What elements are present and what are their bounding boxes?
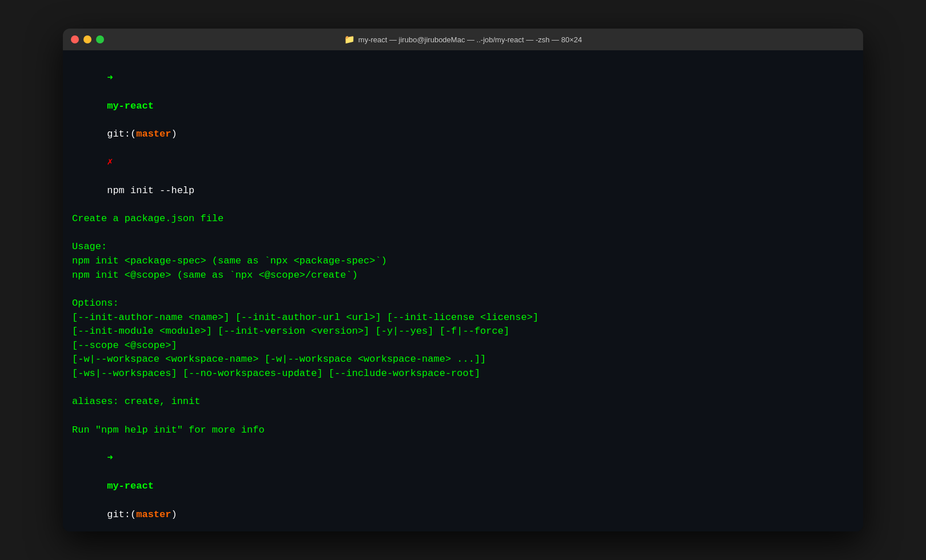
prompt-branch-2: master xyxy=(136,509,171,520)
prompt-x: ✗ xyxy=(107,157,113,167)
window-title: 📁 my-react — jirubo@jirubodeMac — ..-job… xyxy=(344,34,582,45)
prompt-git-close: ) xyxy=(171,129,177,139)
output-options-1: [--init-author-name <name>] [--init-auth… xyxy=(72,311,854,325)
output-aliases: aliases: create, innit xyxy=(72,395,854,409)
prompt-git-label: git:( xyxy=(107,129,136,139)
prompt-arrow-2: ➜ xyxy=(107,453,113,463)
empty-line-4 xyxy=(72,409,854,423)
command-text: npm init --help xyxy=(107,185,194,196)
output-options-header: Options: xyxy=(72,297,854,311)
output-usage-1: npm init <package-spec> (same as `npx <p… xyxy=(72,254,854,269)
prompt-branch: master xyxy=(136,129,171,139)
output-options-3: [--scope <@scope>] xyxy=(72,339,854,353)
empty-line-2 xyxy=(72,282,854,297)
output-line-1: Create a package.json file xyxy=(72,212,854,226)
terminal-window: 📁 my-react — jirubo@jirubodeMac — ..-job… xyxy=(63,29,863,531)
traffic-lights xyxy=(71,35,104,43)
empty-line-3 xyxy=(72,381,854,395)
command-line-1: ➜ my-react git:(master) ✗ npm init --hel… xyxy=(72,57,854,212)
output-usage-2: npm init <@scope> (same as `npx <@scope>… xyxy=(72,269,854,283)
prompt-git-label-2: git:( xyxy=(107,509,136,520)
terminal-body[interactable]: ➜ my-react git:(master) ✗ npm init --hel… xyxy=(63,50,863,531)
prompt-line-final: ➜ my-react git:(master) ✗ xyxy=(72,437,854,531)
output-options-5: [-ws|--workspaces] [--no-workspaces-upda… xyxy=(72,367,854,381)
prompt-dir-2: my-react xyxy=(107,481,154,491)
prompt-dir: my-react xyxy=(107,101,154,111)
output-usage-header: Usage: xyxy=(72,240,854,254)
titlebar: 📁 my-react — jirubo@jirubodeMac — ..-job… xyxy=(63,29,863,50)
output-run-info: Run "npm help init" for more info xyxy=(72,423,854,438)
output-options-4: [-w|--workspace <workspace-name> [-w|--w… xyxy=(72,353,854,367)
folder-icon: 📁 xyxy=(344,34,355,45)
prompt-git-close-2: ) xyxy=(171,509,177,520)
empty-line-1 xyxy=(72,226,854,241)
close-button[interactable] xyxy=(71,35,79,43)
title-text: my-react — jirubo@jirubodeMac — ..-job/m… xyxy=(358,35,582,44)
output-options-2: [--init-module <module>] [--init-version… xyxy=(72,325,854,339)
prompt-arrow: ➜ xyxy=(107,73,113,83)
maximize-button[interactable] xyxy=(96,35,104,43)
minimize-button[interactable] xyxy=(83,35,91,43)
